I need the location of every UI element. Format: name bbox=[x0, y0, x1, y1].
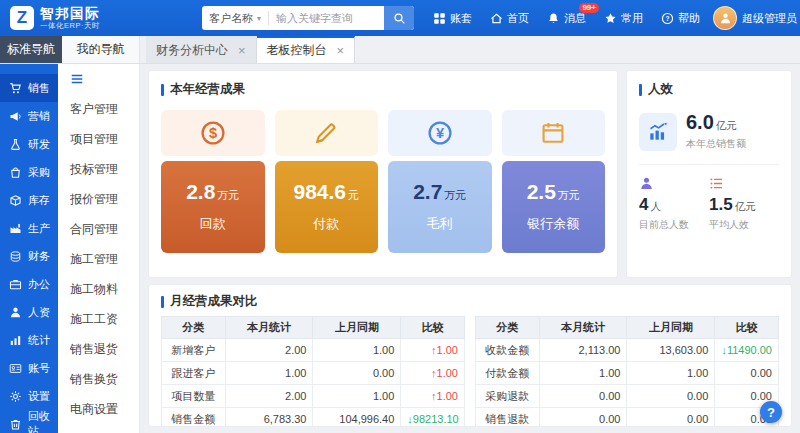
sidebar-item-sales[interactable]: 销售 bbox=[0, 74, 58, 102]
table-row: 付款金额1.001.000.00 bbox=[476, 362, 779, 385]
topbar-menu-ledger[interactable]: 账套 bbox=[424, 0, 481, 36]
previous-month-cell: 0.00 bbox=[313, 362, 401, 385]
close-icon[interactable]: × bbox=[238, 44, 246, 57]
comparison-table-right: 分类本月统计上月同期比较收款金额2,113.0013,603.00↓11490.… bbox=[475, 316, 779, 427]
sidebar-item-inventory[interactable]: 库存 bbox=[0, 186, 58, 214]
workspace: 销售营销研发采购库存生产财务办公人资统计账号设置回收站 客户管理项目管理投标管理… bbox=[0, 64, 800, 433]
card-collection-body[interactable]: 2.8万元回款 bbox=[161, 161, 265, 253]
card-unit: 万元 bbox=[217, 189, 239, 201]
chart-icon bbox=[9, 334, 22, 347]
sidebar-item-label: 研发 bbox=[28, 137, 50, 152]
topbar: Z 智邦国际 一体化ERP·天时 客户名称 ▾ 账套首页消息99+常用?帮助 超… bbox=[0, 0, 800, 36]
sidebar-item-recycle[interactable]: 回收站 bbox=[0, 410, 58, 433]
box-icon bbox=[9, 194, 22, 207]
menu-collapse-button[interactable] bbox=[58, 64, 139, 94]
tab-boss-console[interactable]: 老板控制台 × bbox=[257, 36, 356, 63]
card-value: 2.8万元 bbox=[186, 181, 239, 202]
card-bank-balance-body[interactable]: 2.5万元银行余额 bbox=[502, 161, 606, 253]
submenu-item-construction-materials[interactable]: 施工物料 bbox=[58, 274, 139, 304]
results-cards: $2.8万元回款984.6元付款¥2.7万元毛利2.5万元银行余额 bbox=[161, 110, 605, 253]
total-sales-caption: 本年总销售额 bbox=[686, 137, 746, 151]
submenu-item-construction-wages[interactable]: 施工工资 bbox=[58, 304, 139, 334]
sidebar-item-label: 财务 bbox=[28, 249, 50, 264]
submenu-item-quote-mgmt[interactable]: 报价管理 bbox=[58, 184, 139, 214]
sidebar-item-statistics[interactable]: 统计 bbox=[0, 326, 58, 354]
table-row: 销售退款0.000.000.00 bbox=[476, 408, 779, 428]
headcount-number: 4 bbox=[639, 195, 648, 214]
current-month-cell: 0.00 bbox=[539, 408, 627, 428]
card-label: 毛利 bbox=[427, 215, 453, 233]
list-icon bbox=[709, 176, 724, 191]
card-payment-body[interactable]: 984.6元付款 bbox=[275, 161, 379, 253]
category-cell: 新增客户 bbox=[162, 339, 226, 362]
user-menu[interactable]: 超级管理员 bbox=[709, 6, 797, 30]
topbar-menu-home[interactable]: 首页 bbox=[481, 0, 538, 36]
sidebar-item-office[interactable]: 办公 bbox=[0, 270, 58, 298]
topbar-menu-favorites[interactable]: 常用 bbox=[595, 0, 652, 36]
column-header: 本月统计 bbox=[539, 317, 627, 339]
search-input[interactable] bbox=[269, 12, 384, 24]
nav-mode-my[interactable]: 我的导航 bbox=[62, 36, 140, 63]
submenu-items: 客户管理项目管理投标管理报价管理合同管理施工管理施工物料施工工资销售退货销售换货… bbox=[58, 94, 139, 424]
submenu-item-sales-returns[interactable]: 销售退货 bbox=[58, 334, 139, 364]
avg-efficiency-caption: 平均人效 bbox=[709, 218, 779, 232]
sidebar-item-rnd[interactable]: 研发 bbox=[0, 130, 58, 158]
title-accent-bar bbox=[161, 84, 164, 96]
submenu-item-customer-mgmt[interactable]: 客户管理 bbox=[58, 94, 139, 124]
comparison-title: 月经营成果对比 bbox=[161, 293, 779, 310]
previous-month-cell: 0.00 bbox=[627, 385, 715, 408]
dollar-circle-icon: $ bbox=[200, 120, 226, 146]
card-gross-profit: ¥2.7万元毛利 bbox=[388, 110, 492, 253]
logo-text: 智邦国际 一体化ERP·天时 bbox=[40, 6, 100, 31]
tab-label: 财务分析中心 bbox=[156, 42, 228, 59]
submenu-item-project-mgmt[interactable]: 项目管理 bbox=[58, 124, 139, 154]
search-category-select[interactable]: 客户名称 ▾ bbox=[202, 11, 269, 25]
card-label: 付款 bbox=[313, 215, 339, 233]
sidebar-item-finance[interactable]: 财务 bbox=[0, 242, 58, 270]
avg-efficiency-number: 1.5 bbox=[709, 195, 733, 214]
nav-mode-standard[interactable]: 标准导航 bbox=[0, 36, 62, 63]
comparison-cell: ↑1.00 bbox=[401, 362, 465, 385]
total-sales-value: 6.0亿元 bbox=[686, 112, 746, 132]
close-icon[interactable]: × bbox=[337, 44, 345, 57]
trash-icon bbox=[9, 418, 22, 431]
search-button[interactable] bbox=[384, 6, 414, 30]
topbar-menu-label: 首页 bbox=[507, 11, 529, 26]
sidebar-item-marketing[interactable]: 营销 bbox=[0, 102, 58, 130]
submenu-item-ecommerce-settings[interactable]: 电商设置 bbox=[58, 394, 139, 424]
divider bbox=[639, 164, 779, 165]
comparison-cell: ↑1.00 bbox=[401, 339, 465, 362]
topbar-menu-messages[interactable]: 消息99+ bbox=[538, 0, 595, 36]
submenu-item-contract-mgmt[interactable]: 合同管理 bbox=[58, 214, 139, 244]
comparison-cell: ↑1.00 bbox=[401, 385, 465, 408]
sidebar-item-settings[interactable]: 设置 bbox=[0, 382, 58, 410]
card-gross-profit-body[interactable]: 2.7万元毛利 bbox=[388, 161, 492, 253]
previous-month-cell: 1.00 bbox=[313, 385, 401, 408]
search-icon bbox=[393, 12, 406, 25]
sidebar-item-hr[interactable]: 人资 bbox=[0, 298, 58, 326]
app-logo[interactable]: Z 智邦国际 一体化ERP·天时 bbox=[10, 6, 100, 31]
sidebar-item-account[interactable]: 账号 bbox=[0, 354, 58, 382]
sidebar-item-label: 库存 bbox=[28, 193, 50, 208]
submenu-item-construction-mgmt[interactable]: 施工管理 bbox=[58, 244, 139, 274]
card-unit: 元 bbox=[348, 189, 359, 201]
card-label: 回款 bbox=[200, 215, 226, 233]
submenu-item-sales-exchange[interactable]: 销售换货 bbox=[58, 364, 139, 394]
previous-month-cell: 1.00 bbox=[627, 362, 715, 385]
topbar-menu-help[interactable]: ?帮助 bbox=[652, 0, 709, 36]
coins-icon bbox=[9, 250, 22, 263]
annual-results-title: 本年经营成果 bbox=[161, 81, 605, 98]
sidebar-item-purchasing[interactable]: 采购 bbox=[0, 158, 58, 186]
star-icon bbox=[604, 12, 617, 25]
efficiency-title: 人效 bbox=[639, 81, 779, 98]
headcount-unit: 人 bbox=[650, 200, 661, 212]
total-sales-unit: 亿元 bbox=[716, 119, 737, 131]
submenu-item-bid-mgmt[interactable]: 投标管理 bbox=[58, 154, 139, 184]
home-icon bbox=[490, 12, 503, 25]
tab-finance-analysis[interactable]: 财务分析中心 × bbox=[146, 36, 257, 63]
sidebar-item-production[interactable]: 生产 bbox=[0, 214, 58, 242]
comparison-cell: 0.00 bbox=[715, 362, 779, 385]
column-header: 本月统计 bbox=[225, 317, 313, 339]
help-button[interactable]: ? bbox=[760, 401, 782, 423]
column-header: 分类 bbox=[476, 317, 540, 339]
